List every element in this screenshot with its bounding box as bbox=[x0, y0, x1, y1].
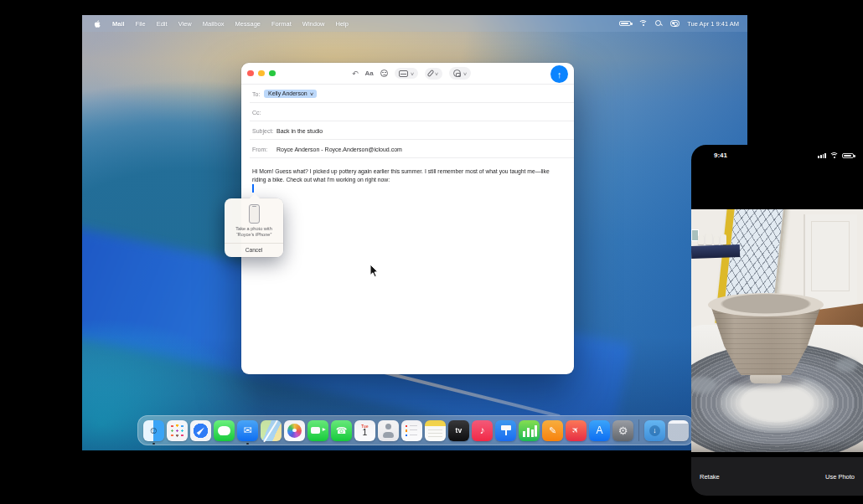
pottery-piece bbox=[714, 236, 719, 244]
dock-calendar-icon[interactable]: Tue1 bbox=[354, 420, 375, 441]
battery-icon[interactable] bbox=[619, 21, 631, 27]
dock-reminders-icon[interactable] bbox=[401, 420, 422, 441]
dock-facetime-icon[interactable]: ▸ bbox=[307, 420, 328, 441]
mouse-cursor bbox=[369, 264, 379, 281]
undo-button[interactable]: ↶ bbox=[352, 69, 359, 78]
clay-pot bbox=[708, 293, 824, 387]
recipient-name: Kelly Anderson bbox=[268, 90, 307, 96]
emoji-button[interactable] bbox=[380, 69, 388, 77]
from-value: Royce Anderson - Royce.Anderson@icloud.c… bbox=[276, 147, 402, 152]
dock-phone-icon[interactable]: ☎ bbox=[331, 420, 352, 441]
downloads-glyph: ↓ bbox=[649, 425, 660, 436]
calendar-day: 1 bbox=[363, 429, 368, 436]
message-body-editor[interactable]: Hi Mom! Guess what? I picked up pottery … bbox=[241, 158, 574, 364]
wifi-icon bbox=[829, 152, 839, 159]
dock-music-icon[interactable]: ♪ bbox=[472, 420, 493, 441]
dock: ☺✉▸☎Tue1tv♪✎✈A⚙↓ bbox=[137, 415, 695, 445]
pot-foot bbox=[750, 374, 782, 383]
mail-glyph: ✉ bbox=[243, 425, 251, 435]
rocket-glyph: ✈ bbox=[571, 424, 581, 435]
send-button[interactable]: ↑ bbox=[550, 65, 568, 83]
dock-divider bbox=[638, 419, 639, 441]
subject-value: Back in the studio bbox=[276, 128, 323, 134]
dock-finder-icon[interactable]: ☺ bbox=[143, 420, 164, 441]
photo-browser-button[interactable]: ∨ bbox=[395, 68, 418, 79]
music-glyph: ♪ bbox=[480, 425, 485, 435]
shelf bbox=[691, 244, 740, 259]
dock-mail-icon[interactable]: ✉ bbox=[237, 420, 258, 441]
pages-glyph: ✎ bbox=[549, 426, 556, 435]
dock-tv-icon[interactable]: tv bbox=[448, 420, 469, 441]
dock-rocket-icon[interactable]: ✈ bbox=[566, 420, 587, 441]
format-text-button[interactable]: Aa bbox=[365, 69, 374, 77]
recipient-pill[interactable]: Kelly Anderson∨ bbox=[264, 90, 317, 99]
attach-file-button[interactable]: ∨ bbox=[425, 68, 442, 80]
insert-from-iphone-button[interactable]: ∨ bbox=[449, 67, 472, 80]
dock-messages-icon[interactable] bbox=[214, 420, 235, 441]
menu-item-help[interactable]: Help bbox=[335, 20, 348, 28]
cancel-button[interactable]: Cancel bbox=[225, 244, 283, 257]
dock-keynote-icon[interactable] bbox=[495, 420, 516, 441]
phone-glyph: ☎ bbox=[336, 426, 348, 435]
control-center-icon[interactable] bbox=[670, 20, 680, 27]
settings-glyph: ⚙ bbox=[618, 425, 628, 436]
wifi-icon[interactable] bbox=[638, 20, 648, 27]
continuity-camera-icon bbox=[453, 69, 462, 78]
iphone-clock: 9:41 bbox=[714, 152, 727, 159]
dock-numbers-icon[interactable] bbox=[519, 420, 540, 441]
dock-contacts-icon[interactable] bbox=[378, 420, 399, 441]
mail-compose-window: ↶ Aa ∨ ∨ ∨ ↑ To: Kelly Anderson∨ Cc: Sub… bbox=[241, 63, 574, 374]
menu-item-edit[interactable]: Edit bbox=[157, 20, 168, 28]
iphone-status-bar: 9:41 bbox=[691, 151, 863, 162]
dock-launchpad-icon[interactable] bbox=[167, 420, 188, 441]
dock-trash-icon[interactable] bbox=[668, 420, 689, 441]
iphone-camera-panel: 9:41 Retake Use Photo bbox=[691, 145, 863, 496]
zoom-window-button[interactable] bbox=[269, 70, 276, 77]
menu-item-message[interactable]: Message bbox=[235, 20, 261, 28]
to-field-row[interactable]: To: Kelly Anderson∨ bbox=[241, 85, 574, 103]
paperclip-icon bbox=[426, 69, 434, 77]
pottery-piece bbox=[721, 234, 726, 244]
pottery-piece bbox=[705, 234, 712, 244]
pot-rim bbox=[708, 293, 824, 316]
menu-item-mailbox[interactable]: Mailbox bbox=[203, 20, 225, 28]
dock-pages-icon[interactable]: ✎ bbox=[542, 420, 563, 441]
menu-item-format[interactable]: Format bbox=[271, 20, 292, 28]
iphone-icon bbox=[249, 204, 260, 224]
dock-notes-icon[interactable] bbox=[425, 420, 446, 441]
popover-text-line1: Take a photo with bbox=[225, 226, 283, 232]
from-label: From: bbox=[252, 147, 276, 152]
dock-safari-icon[interactable] bbox=[190, 420, 211, 441]
menu-item-view[interactable]: View bbox=[178, 20, 192, 28]
photo-vignette bbox=[691, 440, 863, 452]
camera-preview-photo bbox=[691, 209, 863, 452]
battery-icon bbox=[842, 153, 854, 159]
facetime-glyph: ▸ bbox=[323, 426, 326, 433]
appstore-glyph: A bbox=[596, 425, 602, 435]
cellular-signal-icon bbox=[818, 153, 826, 159]
menu-clock[interactable]: Tue Apr 1 9:41 AM bbox=[687, 20, 739, 28]
use-photo-button[interactable]: Use Photo bbox=[825, 473, 855, 481]
subject-field-row[interactable]: Subject: Back in the studio bbox=[241, 121, 574, 140]
menu-item-file[interactable]: File bbox=[136, 20, 146, 28]
dock-maps-icon[interactable] bbox=[261, 420, 282, 441]
close-window-button[interactable] bbox=[247, 70, 254, 77]
photo-browser-icon bbox=[399, 70, 408, 77]
dock-downloads-icon[interactable]: ↓ bbox=[644, 420, 665, 441]
dock-photos-icon[interactable] bbox=[284, 420, 305, 441]
dock-settings-icon[interactable]: ⚙ bbox=[612, 420, 633, 441]
menu-bar: MailFileEditViewMailboxMessageFormatWind… bbox=[82, 15, 747, 32]
retake-button[interactable]: Retake bbox=[700, 473, 720, 481]
tv-glyph: tv bbox=[455, 427, 462, 435]
menu-item-mail[interactable]: Mail bbox=[112, 20, 125, 28]
text-insertion-cursor bbox=[252, 184, 254, 193]
from-field-row[interactable]: From: Royce Anderson - Royce.Anderson@ic… bbox=[241, 140, 574, 158]
cc-field-row[interactable]: Cc: bbox=[241, 103, 574, 121]
menu-item-window[interactable]: Window bbox=[302, 20, 325, 28]
spotlight-search-icon[interactable] bbox=[655, 20, 663, 28]
minimize-window-button[interactable] bbox=[258, 70, 265, 77]
camera-action-bar: Retake Use Photo bbox=[691, 457, 863, 496]
clay-smudge bbox=[835, 358, 857, 372]
apple-logo-icon[interactable] bbox=[94, 19, 101, 28]
dock-appstore-icon[interactable]: A bbox=[589, 420, 610, 441]
